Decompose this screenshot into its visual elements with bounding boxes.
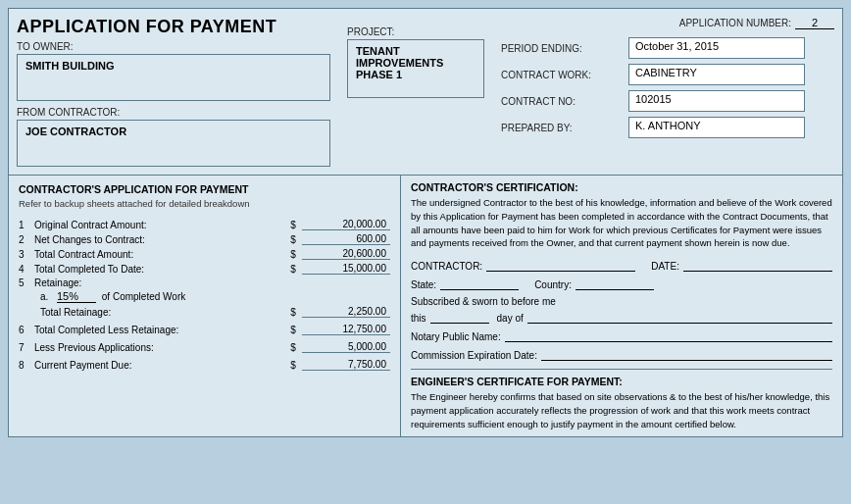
- from-contractor-section: FROM CONTRACTOR: JOE CONTRACTOR: [17, 107, 330, 167]
- commission-label: Commission Expiration Date:: [411, 350, 537, 361]
- left-panel-subtitle: Refer to backup sheets attached for deta…: [19, 198, 390, 209]
- line-num-4: 4: [19, 264, 34, 275]
- contractor-name: JOE CONTRACTOR: [25, 126, 126, 137]
- contract-no-label: CONTRACT NO:: [501, 96, 628, 107]
- line-desc-8: Current Payment Due:: [34, 360, 284, 371]
- line-dollar-1: $: [284, 220, 302, 230]
- right-panel: CONTRACTOR'S CERTIFICATION: The undersig…: [401, 176, 842, 436]
- retainage-a-row: a. 15% of Completed Work: [19, 290, 390, 303]
- line-dollar-2: $: [284, 234, 302, 245]
- commission-row: Commission Expiration Date:: [411, 347, 832, 361]
- line-desc-1: Original Contract Amount:: [34, 220, 284, 230]
- this-day-row: this day of: [411, 310, 832, 324]
- line-dollar-7: $: [284, 342, 302, 353]
- line-dollar-8: $: [284, 360, 302, 371]
- line-amount-2: 600.00: [302, 233, 390, 245]
- app-number-value: 2: [795, 17, 834, 29]
- app-number-row: APPLICATION NUMBER: 2: [501, 17, 834, 29]
- date-line: [683, 258, 832, 272]
- total-retainage-amount: 2,250.00: [302, 306, 390, 318]
- notary-row: Notary Public Name:: [411, 328, 832, 342]
- line-num-2: 2: [19, 234, 34, 245]
- line-dollar-4: $: [284, 264, 302, 275]
- eng-cert-title: ENGINEER'S CERTIFICATE FOR PAYMENT:: [411, 376, 832, 387]
- retainage-label: Retainage:: [34, 277, 390, 288]
- line-amount-7: 5,000.00: [302, 341, 390, 353]
- owner-box: SMITH BUILDING: [17, 54, 330, 101]
- cert-text: The undersigned Contractor to the best o…: [411, 196, 832, 250]
- left-panel: CONTRACTOR'S APPLICATION FOR PAYMENT Ref…: [9, 176, 401, 436]
- line-amount-8: 7,750.00: [302, 359, 390, 371]
- line-desc-6: Total Completed Less Retainage:: [34, 325, 284, 335]
- header-top: APPLICATION FOR PAYMENT TO OWNER: SMITH …: [17, 17, 834, 167]
- owner-name: SMITH BUILDING: [25, 60, 114, 72]
- header-section: APPLICATION FOR PAYMENT TO OWNER: SMITH …: [8, 8, 843, 176]
- line-amount-6: 12,750.00: [302, 324, 390, 335]
- retainage-header: 5 Retainage:: [19, 277, 390, 288]
- header-right: APPLICATION NUMBER: 2 PERIOD ENDING: Oct…: [501, 17, 834, 143]
- line-num-7: 7: [19, 342, 34, 353]
- retainage-pct-line: 15%: [57, 290, 96, 303]
- day-line: [430, 310, 489, 324]
- period-ending-row: PERIOD ENDING: October 31, 2015: [501, 37, 834, 59]
- line-item-7: 7 Less Previous Applications: $ 5,000.00: [19, 341, 390, 353]
- period-ending-value: October 31, 2015: [628, 37, 805, 59]
- body-section: CONTRACTOR'S APPLICATION FOR PAYMENT Ref…: [8, 176, 843, 437]
- line-amount-4: 15,000.00: [302, 263, 390, 275]
- from-contractor-label: FROM CONTRACTOR:: [17, 107, 330, 118]
- line-dollar-6: $: [284, 325, 302, 335]
- main-container: APPLICATION FOR PAYMENT TO OWNER: SMITH …: [0, 0, 851, 445]
- line-amount-1: 20,000.00: [302, 219, 390, 230]
- line-item-4: 4 Total Completed To Date: $ 15,000.00: [19, 263, 390, 275]
- header-center: PROJECT: TENANTIMPROVEMENTSPHASE 1: [347, 17, 484, 98]
- app-title: APPLICATION FOR PAYMENT: [17, 17, 330, 37]
- this-label: this: [411, 313, 426, 324]
- line-amount-3: 20,600.00: [302, 248, 390, 260]
- line-item-1: 1 Original Contract Amount: $ 20,000.00: [19, 219, 390, 230]
- contract-work-label: CONTRACT WORK:: [501, 70, 628, 80]
- line-item-3: 3 Total Contract Amount: $ 20,600.00: [19, 248, 390, 260]
- retainage-pct-label: of Completed Work: [99, 291, 185, 302]
- state-label: State:: [411, 279, 436, 290]
- line-item-8: 8 Current Payment Due: $ 7,750.00: [19, 359, 390, 371]
- line-num-8: 8: [19, 360, 34, 371]
- contract-work-row: CONTRACT WORK: CABINETRY: [501, 64, 834, 85]
- line-num-3: 3: [19, 249, 34, 260]
- contractor-label: CONTRACTOR:: [411, 261, 482, 272]
- retainage-num: 5: [19, 277, 34, 288]
- project-label: PROJECT:: [347, 26, 484, 37]
- total-retainage-label: Total Retainage:: [40, 307, 284, 318]
- line-item-2: 2 Net Changes to Contract: $ 600.00: [19, 233, 390, 245]
- total-retainage-dollar: $: [284, 307, 302, 318]
- period-ending-label: PERIOD ENDING:: [501, 43, 628, 54]
- contract-no-row: CONTRACT NO: 102015: [501, 90, 834, 112]
- contractor-signature-line: [486, 258, 635, 272]
- retainage-a: a.: [40, 291, 54, 302]
- state-line: [440, 277, 519, 290]
- country-line: [576, 277, 654, 290]
- header-left: APPLICATION FOR PAYMENT TO OWNER: SMITH …: [17, 17, 330, 167]
- contract-no-value: 102015: [628, 90, 805, 112]
- day-of-label: day of: [497, 313, 524, 324]
- prepared-by-label: PREPARED BY:: [501, 123, 628, 133]
- line-desc-3: Total Contract Amount:: [34, 249, 284, 260]
- line-desc-4: Total Completed To Date:: [34, 264, 284, 275]
- line-item-6: 6 Total Completed Less Retainage: $ 12,7…: [19, 324, 390, 335]
- contract-work-value: CABINETRY: [628, 64, 805, 85]
- commission-line: [541, 347, 832, 361]
- app-number-label: APPLICATION NUMBER:: [679, 18, 791, 28]
- country-label: Country:: [534, 279, 572, 290]
- state-country-row: State: Country:: [411, 277, 832, 290]
- left-panel-title: CONTRACTOR'S APPLICATION FOR PAYMENT: [19, 183, 390, 195]
- line-desc-2: Net Changes to Contract:: [34, 234, 284, 245]
- prepared-by-row: PREPARED BY: K. ANTHONY: [501, 117, 834, 138]
- contractor-box: JOE CONTRACTOR: [17, 120, 330, 167]
- divider: [411, 369, 832, 370]
- notary-line: [505, 328, 832, 342]
- line-desc-7: Less Previous Applications:: [34, 342, 284, 353]
- cert-title: CONTRACTOR'S CERTIFICATION:: [411, 181, 832, 193]
- line-dollar-3: $: [284, 249, 302, 260]
- month-year-line: [527, 310, 832, 324]
- project-box: TENANTIMPROVEMENTSPHASE 1: [347, 39, 484, 98]
- to-owner-label: TO OWNER:: [17, 41, 330, 52]
